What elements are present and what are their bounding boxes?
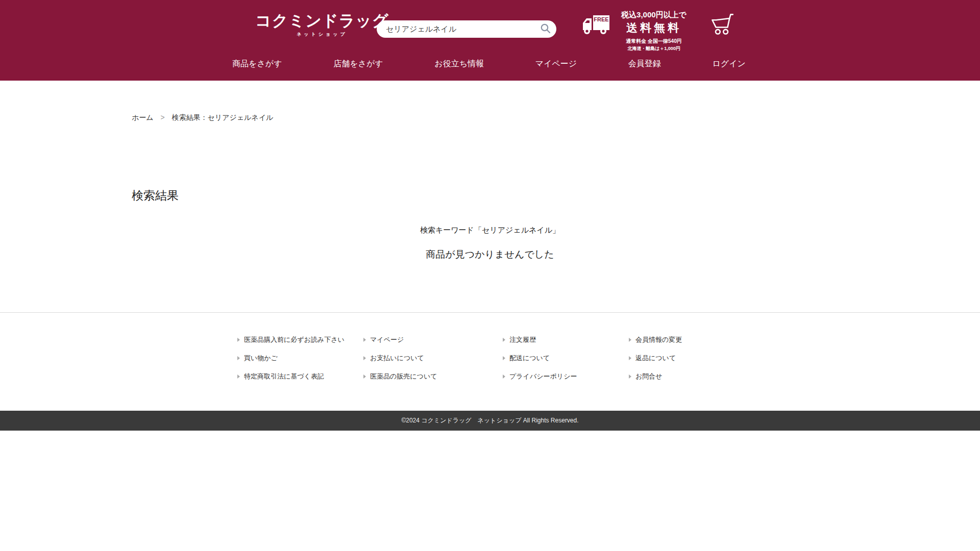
footer-link-returns[interactable]: 返品について bbox=[629, 354, 682, 363]
free-shipping-text: 送料無料 bbox=[616, 20, 692, 36]
logo-subtitle: ネットショップ bbox=[255, 31, 389, 38]
arrow-right-icon bbox=[629, 338, 631, 342]
free-shipping-banner: FREE 税込3,000円以上で 送料無料 通常料金 全国一律540円 北海道・… bbox=[581, 10, 692, 52]
breadcrumb-separator: > bbox=[161, 113, 165, 121]
breadcrumb: ホーム > 検索結果：セリアジェルネイル bbox=[0, 81, 980, 122]
site-logo[interactable]: コクミンドラッグ ネットショップ bbox=[255, 12, 389, 38]
site-header: コクミンドラッグ ネットショップ FREE bbox=[0, 0, 980, 81]
arrow-right-icon bbox=[503, 338, 505, 342]
site-footer: 医薬品購入前に必ずお読み下さい 買い物かご 特定商取引法に基づく表記 マイページ… bbox=[0, 312, 980, 431]
search-input[interactable] bbox=[385, 24, 539, 34]
footer-link-contact[interactable]: お問合せ bbox=[629, 372, 682, 381]
footer-link-mypage[interactable]: マイページ bbox=[363, 335, 503, 344]
nav-item-products[interactable]: 商品をさがす bbox=[232, 59, 282, 69]
footer-link-delivery[interactable]: 配送について bbox=[503, 354, 629, 363]
nav-item-login[interactable]: ログイン bbox=[712, 59, 746, 69]
copyright-bar: ©2024 コクミンドラッグ ネットショップ All Rights Reserv… bbox=[0, 411, 980, 431]
arrow-right-icon bbox=[503, 356, 505, 360]
nav-item-useful-info[interactable]: お役立ち情報 bbox=[434, 59, 484, 69]
cart-icon bbox=[709, 31, 734, 38]
no-results-text: 商品が見つかりませんでした bbox=[0, 248, 980, 261]
arrow-right-icon bbox=[363, 356, 366, 360]
footer-column-2: マイページ お支払いについて 医薬品の販売について bbox=[363, 335, 503, 381]
search-results-section: 検索結果 検索キーワード「セリアジェルネイル」 商品が見つかりませんでした bbox=[0, 122, 980, 312]
search-icon bbox=[540, 23, 551, 36]
arrow-right-icon bbox=[237, 356, 240, 360]
footer-link-privacy-policy[interactable]: プライバシーポリシー bbox=[503, 372, 629, 381]
page-title: 検索結果 bbox=[132, 188, 980, 204]
svg-text:FREE: FREE bbox=[594, 16, 608, 22]
footer-link-drug-sales[interactable]: 医薬品の販売について bbox=[363, 372, 503, 381]
footer-column-3: 注文履歴 配送について プライバシーポリシー bbox=[503, 335, 629, 381]
footer-link-drug-notice[interactable]: 医薬品購入前に必ずお読み下さい bbox=[237, 335, 363, 344]
arrow-right-icon bbox=[363, 338, 366, 342]
logo-title: コクミンドラッグ bbox=[255, 12, 389, 30]
free-shipping-truck-icon: FREE bbox=[581, 14, 610, 38]
arrow-right-icon bbox=[629, 374, 631, 379]
nav-item-mypage[interactable]: マイページ bbox=[535, 59, 577, 69]
arrow-right-icon bbox=[363, 374, 366, 379]
search-keyword-text: 検索キーワード「セリアジェルネイル」 bbox=[0, 226, 980, 235]
main-nav: 商品をさがす 店舗をさがす お役立ち情報 マイページ 会員登録 ログイン bbox=[232, 47, 746, 81]
search-button[interactable] bbox=[539, 22, 552, 37]
footer-links: 医薬品購入前に必ずお読み下さい 買い物かご 特定商取引法に基づく表記 マイページ… bbox=[0, 312, 980, 411]
copyright-text: ©2024 コクミンドラッグ ネットショップ All Rights Reserv… bbox=[401, 417, 578, 424]
footer-link-payment[interactable]: お支払いについて bbox=[363, 354, 503, 363]
nav-item-register[interactable]: 会員登録 bbox=[628, 59, 661, 69]
footer-column-4: 会員情報の変更 返品について お問合せ bbox=[629, 335, 682, 381]
nav-item-stores[interactable]: 店舗をさがす bbox=[333, 59, 383, 69]
breadcrumb-current: 検索結果：セリアジェルネイル bbox=[172, 113, 274, 121]
cart-button[interactable] bbox=[709, 12, 734, 38]
arrow-right-icon bbox=[503, 374, 505, 379]
breadcrumb-home-link[interactable]: ホーム bbox=[132, 113, 154, 121]
shipping-note-1: 通常料金 全国一律540円 bbox=[616, 38, 692, 45]
footer-link-member-info[interactable]: 会員情報の変更 bbox=[629, 335, 682, 344]
arrow-right-icon bbox=[237, 374, 240, 379]
search-box bbox=[377, 20, 556, 38]
footer-link-order-history[interactable]: 注文履歴 bbox=[503, 335, 629, 344]
footer-column-1: 医薬品購入前に必ずお読み下さい 買い物かご 特定商取引法に基づく表記 bbox=[237, 335, 363, 381]
arrow-right-icon bbox=[629, 356, 631, 360]
footer-link-legal-notice[interactable]: 特定商取引法に基づく表記 bbox=[237, 372, 363, 381]
footer-link-cart[interactable]: 買い物かご bbox=[237, 354, 363, 363]
arrow-right-icon bbox=[237, 338, 240, 342]
shipping-threshold-text: 税込3,000円以上で bbox=[616, 10, 692, 20]
